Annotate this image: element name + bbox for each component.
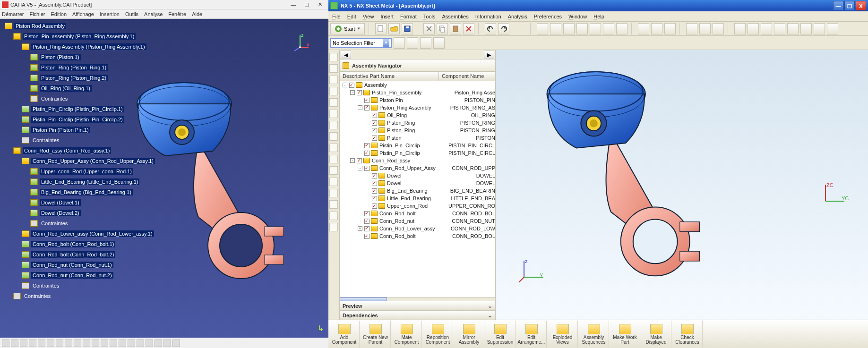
node-checkbox[interactable] xyxy=(364,211,370,216)
filter-button[interactable] xyxy=(407,37,418,49)
catia-viewport[interactable]: Piston Rod AssemblyPiston_Pin_assembly (… xyxy=(0,19,328,338)
nx-tree-node[interactable]: Pistin_Pin_CirclipPISTIN_PIN_CIRCL xyxy=(340,142,495,149)
nx-start-button[interactable]: Start ▼ xyxy=(330,23,365,34)
nx-menu-item[interactable]: Tools xyxy=(423,14,436,19)
catia-minimize-button[interactable]: — xyxy=(287,2,300,8)
misc-button[interactable] xyxy=(774,23,785,34)
catia-menubar[interactable]: DémarrerFichierEditionAffichageInsertion… xyxy=(0,9,328,19)
misc-button[interactable] xyxy=(800,23,812,34)
nx-close-button[interactable]: X xyxy=(856,1,866,10)
resource-tab-icon[interactable] xyxy=(329,155,338,163)
save-button[interactable] xyxy=(402,23,413,34)
assembly-button[interactable] xyxy=(651,23,662,34)
catia-tree-node[interactable]: Piston (Piston.1) xyxy=(0,52,156,62)
nav-ruler[interactable]: ◀ ▶ xyxy=(340,50,495,59)
nx-command-button[interactable]: Mirror Assembly xyxy=(454,321,484,348)
assembly-button[interactable] xyxy=(638,23,649,34)
catia-titlebar[interactable]: CATIA V5 - [Assembly.CATProduct] — ▢ ✕ xyxy=(0,0,328,9)
preview-section[interactable]: Preview ⌄ xyxy=(340,301,495,310)
toolbar-icon[interactable] xyxy=(2,340,9,347)
right-chevron-icon[interactable]: ▶ xyxy=(484,51,494,59)
resource-tab-icon[interactable] xyxy=(329,76,338,84)
resource-tab-icon[interactable] xyxy=(329,121,338,129)
toolbar-icon[interactable] xyxy=(74,340,81,347)
nx-minimize-button[interactable]: — xyxy=(833,1,843,10)
node-checkbox[interactable] xyxy=(364,234,370,239)
nx-command-button[interactable]: Assembly Sequences xyxy=(579,321,609,348)
nx-tree-node[interactable]: -Conn_Rod_assy xyxy=(340,157,495,164)
open-file-button[interactable] xyxy=(388,23,400,34)
nx-menu-item[interactable]: Edit xyxy=(347,14,356,19)
nx-tree-node[interactable]: PistonPISTON xyxy=(340,134,495,142)
nx-tree-node[interactable]: -Conn_Rod_Upper_AssyCONN_ROD_UPP xyxy=(340,164,495,172)
nx-command-button[interactable]: Add Component xyxy=(329,321,360,348)
misc-button[interactable] xyxy=(814,23,825,34)
toolbar-icon[interactable] xyxy=(119,340,126,347)
expand-toggle[interactable]: - xyxy=(343,83,347,87)
catia-menu-item[interactable]: Edition xyxy=(51,11,67,17)
col-name[interactable]: Descriptive Part Name xyxy=(340,72,439,81)
toolbar-icon[interactable] xyxy=(101,340,108,347)
catia-menu-item[interactable]: Fenêtre xyxy=(168,11,186,17)
nx-tree-node[interactable]: Upper_conn_RodUPPER_CONN_RO xyxy=(340,202,495,210)
nx-tree-node[interactable]: Conn_Rod_nutCONN_ROD_NUT xyxy=(340,217,495,225)
expand-toggle[interactable]: - xyxy=(350,158,355,163)
nx-menu-item[interactable]: Preferences xyxy=(534,14,562,19)
catia-tree-node[interactable]: Piston_Pin_assembly (Piston_Ring Assembl… xyxy=(0,31,156,42)
toolbar-icon[interactable] xyxy=(83,340,90,347)
resource-tab-icon[interactable] xyxy=(329,189,338,197)
catia-menu-item[interactable]: Démarrer xyxy=(2,11,24,17)
nx-command-button[interactable]: Reposition Component xyxy=(423,321,453,348)
resource-tab-icon[interactable] xyxy=(329,144,338,152)
nx-menu-item[interactable]: Analysis xyxy=(508,14,527,19)
nx-tree-node[interactable]: -Piston_Ring AssemblyPISTON_RING_AS xyxy=(340,104,495,111)
resource-tab-icon[interactable] xyxy=(329,110,338,118)
toolbar-icon[interactable] xyxy=(11,340,18,347)
nx-command-button[interactable]: Edit Suppression xyxy=(485,321,516,348)
nx-tree-node[interactable]: Piston_RingPISTON_RING xyxy=(340,127,495,134)
nx-menu-item[interactable]: File xyxy=(332,14,341,19)
toolbar-icon[interactable] xyxy=(56,340,63,347)
expand-toggle[interactable]: - xyxy=(358,166,362,170)
nx-maximize-button[interactable]: ❐ xyxy=(844,1,855,10)
catia-maximize-button[interactable]: ▢ xyxy=(300,1,313,8)
node-checkbox[interactable] xyxy=(364,105,370,110)
toolbar-icon[interactable] xyxy=(155,340,162,347)
nx-tree-node[interactable]: Big_End_BearingBIG_END_BEARIN xyxy=(340,187,495,195)
nx-tree-node[interactable]: Little_End_BearingLITTLE_END_BEA xyxy=(340,195,495,202)
nx-tree[interactable]: -Assembly-Piston_Pin_assemblyPiston_Ring… xyxy=(340,81,495,297)
nx-command-button[interactable]: Edit Arrangeme... xyxy=(516,321,547,348)
misc-button[interactable] xyxy=(748,23,759,34)
assembly-button[interactable] xyxy=(664,23,676,34)
perspective-button[interactable] xyxy=(603,23,614,34)
node-checkbox[interactable] xyxy=(372,128,377,133)
nx-tree-node[interactable]: -Assembly xyxy=(340,81,495,89)
wave-button[interactable] xyxy=(686,23,697,34)
undo-button[interactable] xyxy=(485,23,496,34)
nx-tree-node[interactable]: Oil_RingOIL_RING xyxy=(340,111,495,119)
node-checkbox[interactable] xyxy=(372,120,377,126)
wave-button[interactable] xyxy=(713,23,724,34)
catia-3d-model[interactable] xyxy=(132,71,288,297)
catia-menu-item[interactable]: Aide xyxy=(192,11,202,17)
resource-tab-icon[interactable] xyxy=(329,98,338,107)
toolbar-icon[interactable] xyxy=(65,340,72,347)
dependencies-section[interactable]: Dependencies ⌄ xyxy=(340,310,495,320)
toolbar-icon[interactable] xyxy=(128,340,135,347)
node-checkbox[interactable] xyxy=(372,196,377,201)
toolbar-icon[interactable] xyxy=(47,340,54,347)
catia-orientation-icon[interactable]: ↳ xyxy=(318,324,324,333)
nx-titlebar[interactable]: NX 5 - NX Sheet Metal - [Assembly.prt] —… xyxy=(328,0,868,11)
node-checkbox[interactable] xyxy=(364,98,370,103)
resource-tab-icon[interactable] xyxy=(329,53,338,61)
nx-command-button[interactable]: Make Displayed xyxy=(641,321,671,348)
catia-menu-item[interactable]: Analyse xyxy=(144,11,163,17)
node-checkbox[interactable] xyxy=(372,204,377,209)
navigator-columns[interactable]: Descriptive Part Name Component Name xyxy=(340,72,495,81)
nx-menu-item[interactable]: Assemblies xyxy=(442,14,468,19)
zoom-area-button[interactable] xyxy=(563,23,575,34)
nx-tree-node[interactable]: DowelDOWEL xyxy=(340,179,495,187)
redo-button[interactable] xyxy=(498,23,509,34)
node-checkbox[interactable] xyxy=(372,136,377,141)
nx-menu-item[interactable]: Format xyxy=(400,14,417,19)
